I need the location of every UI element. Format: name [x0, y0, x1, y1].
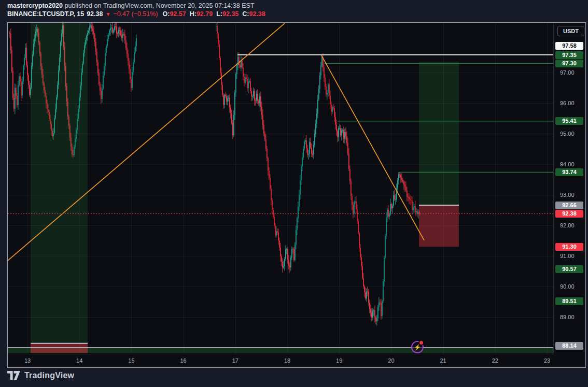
price-label-97.58: 97.58 — [555, 42, 583, 50]
price-axis[interactable]: USDT 97.0096.0095.0094.0093.0092.0091.00… — [553, 23, 586, 354]
time-tick: 21 — [440, 357, 446, 364]
tradingview-published-chart: mastercrypto2020 published on TradingVie… — [0, 0, 588, 387]
alert-notification-dot — [418, 340, 424, 346]
tradingview-logo-text[interactable]: TradingView — [24, 371, 74, 380]
price-tick: 92.00 — [560, 222, 575, 229]
time-tick: 22 — [492, 357, 498, 364]
time-tick: 20 — [388, 357, 394, 364]
tradingview-logo-icon[interactable] — [7, 369, 21, 381]
ohlc-item: O:92.57 — [163, 10, 186, 18]
price-tick: 91.00 — [560, 252, 575, 260]
ohlc-item: H:92.79 — [190, 10, 213, 18]
last-price: 92.38 — [87, 10, 103, 18]
ohlc-values: O:92.57H:92.79L:92.35C:92.38 — [163, 10, 265, 18]
price-tick: 90.00 — [560, 283, 575, 290]
time-tick: 14 — [76, 357, 82, 364]
time-tick: 16 — [180, 357, 186, 364]
time-axis[interactable]: 1314151617181920212223 — [8, 354, 553, 368]
chart-frame: USDT 97.0096.0095.0094.0093.0092.0091.00… — [7, 22, 586, 368]
price-tick: 94.00 — [560, 161, 575, 168]
price-tick: 95.00 — [560, 130, 575, 137]
price-label-92.66: 92.66 — [555, 202, 583, 209]
price-change: −0.47 (−0.51%) — [113, 10, 158, 18]
price-tick: 96.00 — [560, 99, 575, 107]
price-chart-canvas[interactable] — [8, 23, 553, 354]
price-down-icon: ▼ — [105, 11, 110, 17]
price-tick: 97.00 — [560, 69, 575, 76]
time-tick: 18 — [284, 357, 290, 364]
time-tick: 13 — [24, 357, 31, 364]
time-tick: 17 — [232, 357, 239, 364]
byline-text: published on TradingView.com, November 2… — [63, 2, 254, 9]
price-tick: 93.00 — [560, 191, 575, 198]
author-username: mastercrypto2020 — [7, 2, 63, 9]
currency-toggle-button[interactable]: USDT — [557, 26, 584, 36]
footer: TradingView — [7, 369, 74, 381]
price-label-90.57: 90.57 — [555, 265, 583, 273]
time-tick: 15 — [128, 357, 134, 364]
price-label-97.30: 97.30 — [555, 60, 583, 67]
price-label-91.30: 91.30 — [555, 243, 583, 251]
price-label-97.35: 97.35 — [555, 51, 583, 59]
price-label-92.38: 92.38 — [555, 210, 583, 218]
price-label-93.74: 93.74 — [555, 168, 583, 176]
ohlc-item: C:92.38 — [242, 10, 265, 18]
time-tick: 23 — [544, 357, 550, 364]
symbol-info-line: BINANCE:LTCUSDT.P, 15 92.38 ▼ −0.47 (−0.… — [7, 10, 583, 18]
ohlc-item: L:92.35 — [216, 10, 239, 18]
byline: mastercrypto2020 published on TradingVie… — [7, 2, 583, 9]
price-label-89.51: 89.51 — [555, 297, 583, 305]
price-label-95.41: 95.41 — [555, 117, 583, 125]
price-tick: 89.00 — [560, 313, 575, 321]
chart-header: mastercrypto2020 published on TradingVie… — [7, 2, 583, 18]
alert-icon[interactable]: ⚡ — [411, 341, 424, 353]
symbol-name: BINANCE:LTCUSDT.P, 15 — [7, 10, 84, 18]
price-label-88.14: 88.14 — [555, 342, 583, 350]
time-tick: 19 — [336, 357, 342, 364]
